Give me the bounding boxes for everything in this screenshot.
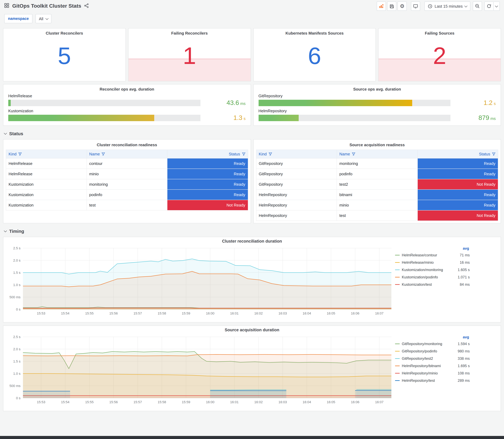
table-row: HelmReleasecontourReady (6, 158, 248, 169)
time-range-picker[interactable]: Last 15 minutes (424, 1, 470, 11)
section-header-status[interactable]: Status (4, 130, 500, 137)
legend-item[interactable]: Kustomization/podinfo1.071 s (395, 273, 470, 281)
gauge-row: HelmRelease43.6ms (8, 94, 246, 107)
series-color-dash (395, 255, 400, 256)
cycle-view-mode-button[interactable] (411, 1, 420, 11)
column-header-kind[interactable]: Kind (256, 150, 337, 158)
legend-item[interactable]: HelmRepository/test289 ms (395, 377, 470, 384)
cell-status: Not Ready (167, 200, 248, 210)
series-color-dash (395, 262, 400, 263)
panel-title[interactable]: Kubernetes Manifests Sources (254, 31, 376, 36)
legend-avg-header: avg (395, 335, 469, 339)
panel-title[interactable]: Cluster Reconcilers (3, 31, 125, 36)
cell-name: minio (337, 200, 418, 210)
series-avg-value: 71 ms (460, 253, 470, 257)
svg-text:16:00: 16:00 (206, 400, 214, 404)
cell-status: Not Ready (418, 179, 498, 190)
legend-item[interactable]: GitRepository/test2338 ms (395, 355, 470, 362)
column-header-name[interactable]: Name (86, 150, 167, 158)
svg-text:0 s: 0 s (16, 396, 21, 400)
time-series-plot[interactable]: 15:5315:5415:5515:5615:5715:5815:5916:00… (6, 246, 394, 317)
legend-item[interactable]: GitRepository/podinfo980 ms (395, 348, 470, 355)
column-header-status[interactable]: Status (418, 150, 498, 158)
svg-text:16:04: 16:04 (303, 400, 311, 404)
panel-title[interactable]: Source acquisition readiness (256, 143, 498, 147)
svg-text:15:55: 15:55 (85, 400, 94, 404)
table-row: HelmRepositorytestNot Ready (256, 210, 498, 221)
table-row: GitRepositorytest2Not Ready (256, 179, 498, 190)
cell-name: test (337, 210, 418, 221)
stat-value: 6 (254, 28, 376, 81)
filter-icon[interactable] (18, 152, 22, 156)
svg-text:15:56: 15:56 (109, 400, 118, 404)
series-name: GitRepository/test2 (402, 356, 433, 361)
refresh-interval-dropdown[interactable] (494, 1, 500, 11)
filter-icon[interactable] (242, 152, 245, 156)
cell-kind: GitRepository (256, 179, 337, 190)
stat-panels-row: Cluster Reconcilers5Failing Reconcilers1… (3, 28, 501, 81)
legend-item[interactable]: Kustomization/monitoring1.605 s (395, 266, 470, 273)
share-icon[interactable] (84, 3, 89, 9)
legend-item[interactable]: Kustomization/test84 ms (395, 281, 470, 288)
gauge-fill (8, 99, 11, 106)
legend-avg-header: avg (395, 246, 469, 251)
filter-icon[interactable] (269, 152, 272, 156)
svg-text:16:06: 16:06 (351, 400, 359, 404)
time-series-plot[interactable]: 15:5315:5415:5515:5615:5715:5815:5916:00… (6, 334, 394, 405)
table-row: HelmReleaseminioReady (6, 169, 248, 179)
panel-title[interactable]: Failing Reconcilers (129, 31, 251, 36)
series-avg-value: 1.594 s (458, 342, 470, 346)
column-header-status[interactable]: Status (167, 150, 248, 158)
add-panel-button[interactable] (377, 1, 386, 11)
svg-text:15:57: 15:57 (134, 311, 142, 315)
refresh-button[interactable] (484, 1, 494, 11)
filter-icon[interactable] (352, 152, 355, 156)
cell-kind: HelmRelease (6, 169, 86, 179)
filter-icon[interactable] (492, 152, 495, 156)
panel-title[interactable]: Source acquisition duration (6, 328, 498, 334)
legend-item[interactable]: HelmRelease/contour71 ms (395, 251, 470, 259)
status-badge: Ready (418, 190, 498, 200)
chevron-down-icon (45, 17, 48, 20)
column-header-kind[interactable]: Kind (6, 150, 86, 158)
stat-panel: Cluster Reconcilers5 (3, 28, 126, 81)
chevron-down-icon (4, 131, 7, 134)
status-badge: Ready (167, 159, 248, 169)
apps-grid-icon[interactable] (4, 3, 9, 9)
panel-title[interactable]: Reconciler ops avg. duration (8, 87, 246, 91)
legend-item[interactable]: HelmRelease/minio16 ms (395, 259, 470, 266)
section-header-timing[interactable]: Timing (4, 228, 500, 234)
legend-item[interactable]: HelmRepository/bitnami1.695 s (395, 362, 470, 370)
panel-title[interactable]: Failing Sources (379, 31, 501, 36)
series-avg-value: 84 ms (460, 282, 470, 287)
panel-title[interactable]: Cluster reconciliation duration (6, 239, 498, 246)
series-name: HelmRepository/test (402, 378, 435, 383)
table-panel: Cluster reconciliation readinessKindName… (3, 139, 251, 223)
svg-text:16:03: 16:03 (279, 311, 287, 315)
series-avg-value: 1.071 s (458, 275, 470, 279)
gauge-value: 879ms (455, 114, 496, 122)
legend-item[interactable]: HelmRepository/minio108 ms (395, 370, 470, 377)
namespace-variable-dropdown[interactable]: All (36, 14, 51, 23)
status-badge: Ready (418, 159, 498, 169)
save-dashboard-button[interactable] (387, 1, 396, 11)
svg-text:15:59: 15:59 (182, 400, 190, 404)
panel-title[interactable]: Source ops avg. duration (258, 87, 496, 91)
gauge-value: 1.3s (205, 114, 246, 122)
series-avg-value: 108 ms (458, 371, 470, 375)
dashboard-settings-button[interactable]: ⚙ (397, 1, 407, 11)
zoom-out-time-button[interactable] (473, 1, 482, 11)
cell-name: podinfo (337, 169, 418, 179)
svg-text:16:04: 16:04 (303, 311, 311, 315)
panel-title[interactable]: Cluster reconciliation readiness (6, 143, 248, 147)
column-header-name[interactable]: Name (337, 150, 418, 158)
section-title: Status (9, 131, 23, 136)
series-name: HelmRelease/minio (402, 260, 434, 265)
table-panel: Source acquisition readinessKindNameStat… (253, 139, 501, 223)
legend-item[interactable]: GitRepository/monitoring1.594 s (395, 340, 470, 348)
filter-icon[interactable] (102, 152, 105, 156)
gauge-row: GitRepository1.2s (258, 94, 496, 107)
series-color-dash (395, 277, 400, 278)
series-name: Kustomization/podinfo (402, 275, 438, 279)
svg-text:15:55: 15:55 (85, 311, 94, 315)
